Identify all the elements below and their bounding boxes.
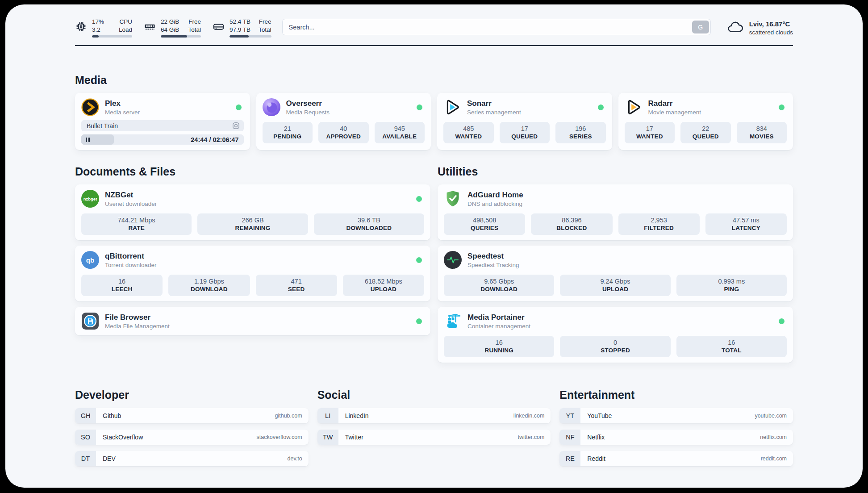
- stat-value: 17: [501, 125, 548, 132]
- stat-value: 498,508: [446, 217, 523, 224]
- app-card-radarr[interactable]: Radarr Movie management 17WANTED 22QUEUE…: [618, 93, 793, 150]
- bookmark-abbr: TW: [317, 430, 338, 445]
- app-card-sonarr[interactable]: Sonarr Series management 485WANTED 17QUE…: [437, 93, 612, 150]
- disk-total: 97.9 TB: [230, 26, 250, 34]
- stat-pending: 21PENDING: [263, 122, 313, 143]
- section-title-developer: Developer: [75, 389, 309, 401]
- bookmark-url: twitter.com: [518, 434, 551, 440]
- svg-text:nzbget: nzbget: [83, 196, 97, 201]
- nzbget-icon: nzbget: [81, 190, 99, 208]
- bookmark-abbr: SO: [75, 430, 96, 445]
- stat-label: QUEUED: [682, 133, 729, 140]
- stat-value: 16: [83, 278, 161, 285]
- ram-label-1: Free: [188, 18, 201, 26]
- search-input[interactable]: [282, 19, 711, 35]
- ram-icon: [144, 18, 156, 38]
- status-dot: [416, 196, 422, 202]
- app-subtitle: Media Requests: [286, 109, 330, 116]
- stat-label: QUEUED: [501, 133, 548, 140]
- stat-value: 39.6 TB: [316, 217, 422, 224]
- stat-label: PING: [678, 286, 785, 292]
- stat-ping: 0.993 msPING: [676, 275, 787, 296]
- stat-approved: 40APPROVED: [318, 122, 369, 143]
- disk-progress-fill: [230, 35, 249, 38]
- stat-label: SERIES: [557, 133, 604, 140]
- stat-label: DOWNLOADED: [316, 225, 422, 231]
- status-dot: [416, 257, 422, 263]
- stat-label: LEECH: [83, 286, 161, 292]
- filebrowser-icon: [81, 312, 99, 330]
- bookmark-name: StackOverflow: [96, 434, 143, 441]
- bookmark-url: linkedin.com: [513, 413, 551, 419]
- bookmark-netflix[interactable]: NF Netflix netflix.com: [559, 430, 793, 445]
- app-card-speedtest[interactable]: Speedtest Speedtest Tracking 9.65 GbpsDO…: [438, 246, 793, 301]
- stat-label: RATE: [83, 225, 190, 231]
- stat-upload: 618.52 MbpsUPLOAD: [343, 275, 424, 296]
- stat-remaining: 266 GBREMAINING: [197, 213, 308, 235]
- app-card-overseerr[interactable]: Overseerr Media Requests 21PENDING 40APP…: [256, 93, 431, 150]
- stat-label: APPROVED: [320, 133, 367, 140]
- topbar-divider: [75, 45, 793, 46]
- app-name: File Browser: [105, 313, 170, 322]
- app-card-filebrowser[interactable]: File Browser Media File Management: [75, 307, 430, 335]
- bookmark-reddit[interactable]: RE Reddit reddit.com: [559, 451, 793, 466]
- stat-label: REMAINING: [199, 225, 306, 231]
- disk-progress-bar: [230, 35, 271, 38]
- bookmark-url: dev.to: [288, 455, 309, 462]
- bookmark-github[interactable]: GH Github github.com: [75, 408, 309, 423]
- section-title-media: Media: [75, 74, 793, 87]
- section-title-entertainment: Entertainment: [559, 389, 793, 401]
- disk-label-2: Total: [259, 26, 271, 34]
- stat-value: 485: [445, 125, 492, 132]
- cpu-icon: [75, 18, 87, 38]
- bookmark-stackoverflow[interactable]: SO StackOverflow stackoverflow.com: [75, 430, 309, 445]
- stat-value: 744.21 Mbps: [83, 217, 190, 224]
- status-dot: [417, 104, 422, 110]
- app-name: qBittorrent: [105, 251, 157, 261]
- app-card-qbittorrent[interactable]: qb qBittorrent Torrent downloader 16LEEC…: [75, 246, 430, 301]
- stat-label: TOTAL: [678, 347, 785, 354]
- stat-label: UPLOAD: [345, 286, 422, 292]
- section-title-social: Social: [317, 389, 551, 401]
- weather-widget: Lviv, 16.87°C scattered clouds: [727, 18, 793, 36]
- app-card-portainer[interactable]: Media Portainer Container management 16R…: [438, 307, 793, 363]
- stat-blocked: 86,396BLOCKED: [531, 213, 612, 235]
- pause-icon[interactable]: [86, 138, 90, 142]
- bookmark-url: netflix.com: [760, 434, 793, 440]
- stat-value: 0: [562, 339, 668, 346]
- app-card-adguard[interactable]: AdGuard Home DNS and adblocking 498,508Q…: [438, 184, 793, 240]
- now-playing-row: Bullet Train: [81, 120, 244, 131]
- app-subtitle: DNS and adblocking: [467, 200, 523, 208]
- app-subtitle: Container management: [467, 322, 530, 330]
- app-card-plex[interactable]: Plex Media server Bullet Train 24:44 / 0…: [75, 93, 250, 150]
- stat-download: 1.19 GbpsDOWNLOAD: [168, 275, 250, 296]
- bookmark-url: youtube.com: [755, 413, 793, 419]
- app-subtitle: Movie management: [648, 109, 701, 116]
- search-provider-button[interactable]: G: [692, 21, 709, 33]
- stat-label: AVAILABLE: [376, 133, 423, 140]
- stat-value: 17: [626, 125, 673, 132]
- stat-label: STOPPED: [562, 347, 668, 354]
- stat-wanted: 17WANTED: [625, 122, 675, 143]
- stat-value: 945: [376, 125, 423, 132]
- bookmark-name: LinkedIn: [338, 412, 369, 419]
- stat-label: WANTED: [445, 133, 492, 140]
- app-card-nzbget[interactable]: nzbget NZBGet Usenet downloader 744.21 M…: [75, 184, 430, 240]
- stat-leech: 16LEECH: [81, 275, 163, 296]
- stat-label: SEED: [258, 286, 335, 292]
- player-progress[interactable]: 24:44 / 02:06:47: [81, 134, 244, 145]
- stat-movies: 834MOVIES: [737, 122, 787, 143]
- bookmark-linkedin[interactable]: LI LinkedIn linkedin.com: [317, 408, 551, 423]
- dashboard: 17% CPU 3.2 Load 22 GiB Free 64 GiB: [5, 4, 863, 488]
- bookmark-abbr: GH: [75, 408, 96, 423]
- cpu-widget: 17% CPU 3.2 Load: [75, 18, 132, 38]
- cpu-label-2: Load: [119, 26, 132, 34]
- app-subtitle: Series management: [467, 109, 521, 116]
- radarr-icon: [625, 98, 643, 116]
- stat-total: 16TOTAL: [676, 336, 787, 357]
- svg-text:qb: qb: [86, 256, 94, 264]
- bookmark-dev[interactable]: DT DEV dev.to: [75, 451, 309, 466]
- bookmark-youtube[interactable]: YT YouTube youtube.com: [559, 408, 793, 423]
- bookmark-twitter[interactable]: TW Twitter twitter.com: [317, 430, 551, 445]
- cpu-progress-fill: [92, 35, 99, 38]
